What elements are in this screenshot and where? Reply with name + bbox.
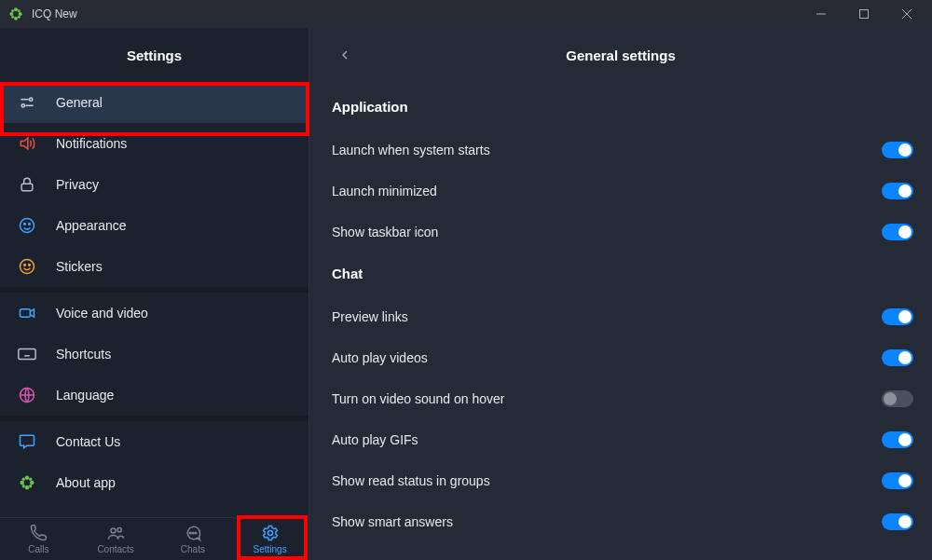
- phone-icon: [29, 524, 48, 542]
- svg-point-3: [19, 12, 22, 16]
- nav-settings[interactable]: Settings: [231, 518, 308, 560]
- section-heading-application: Application: [332, 99, 913, 115]
- sidebar-title: Settings: [0, 28, 308, 82]
- svg-point-28: [29, 485, 32, 487]
- app-icon: [7, 6, 24, 22]
- sidebar-item-label: Stickers: [56, 259, 103, 274]
- sidebar-item-label: Shortcuts: [56, 347, 111, 362]
- setting-row: Turn on video sound on hover: [332, 378, 913, 419]
- sticker-icon: [17, 256, 37, 277]
- toggle-autoplay-videos[interactable]: [882, 349, 913, 366]
- svg-point-31: [189, 532, 191, 534]
- toggle-read-status-groups[interactable]: [882, 472, 913, 489]
- setting-label: Turn on video sound on hover: [332, 391, 505, 406]
- gear-icon: [261, 524, 280, 542]
- sidebar-item-voice-video[interactable]: Voice and video: [0, 293, 308, 334]
- nav-label: Settings: [254, 544, 287, 554]
- svg-point-23: [21, 481, 25, 485]
- nav-contacts[interactable]: Contacts: [77, 518, 155, 560]
- svg-point-16: [24, 265, 26, 266]
- sidebar-item-shortcuts[interactable]: Shortcuts: [0, 334, 308, 375]
- section-heading-chat: Chat: [332, 266, 913, 281]
- settings-scroll-area[interactable]: Application Launch when system starts La…: [309, 82, 932, 560]
- sidebar-item-appearance[interactable]: Appearance: [0, 205, 308, 246]
- sidebar-item-label: Notifications: [56, 136, 127, 151]
- globe-icon: [17, 385, 37, 405]
- svg-point-26: [29, 478, 32, 481]
- setting-row: Auto play videos: [332, 337, 913, 378]
- svg-point-0: [14, 7, 18, 11]
- svg-point-7: [18, 16, 21, 19]
- svg-point-2: [9, 12, 13, 16]
- sidebar-item-stickers[interactable]: Stickers: [0, 246, 308, 287]
- svg-point-5: [18, 9, 21, 12]
- chat-icon: [17, 431, 37, 452]
- volume-icon: [17, 133, 37, 154]
- setting-row: Launch when system starts: [332, 130, 913, 171]
- toggle-autoplay-gifs[interactable]: [882, 431, 913, 448]
- sidebar-item-label: General: [56, 95, 103, 110]
- page-title: General settings: [309, 48, 932, 63]
- setting-label: Launch when system starts: [332, 143, 490, 157]
- svg-point-15: [21, 260, 34, 274]
- svg-rect-8: [860, 10, 869, 19]
- sidebar-item-label: Language: [56, 388, 114, 403]
- toggle-launch-on-start[interactable]: [882, 142, 913, 158]
- svg-point-33: [195, 532, 197, 534]
- toggle-taskbar-icon[interactable]: [882, 224, 913, 240]
- lock-icon: [17, 174, 37, 195]
- sidebar-item-label: Voice and video: [56, 306, 148, 321]
- nav-chats[interactable]: Chats: [155, 518, 232, 560]
- svg-point-22: [25, 485, 30, 490]
- toggle-video-sound-hover[interactable]: [882, 390, 913, 407]
- setting-label: Auto play GIFs: [332, 432, 418, 447]
- people-icon: [106, 524, 125, 542]
- sidebar-item-contact-us[interactable]: Contact Us: [0, 421, 308, 462]
- content-header: General settings: [309, 28, 932, 82]
- nav-calls[interactable]: Calls: [0, 518, 77, 560]
- setting-row: Show smart answers: [332, 501, 913, 542]
- svg-point-21: [25, 476, 30, 481]
- svg-point-32: [192, 532, 194, 534]
- svg-point-25: [22, 478, 25, 481]
- sidebar-item-about[interactable]: About app: [0, 462, 308, 503]
- bottom-nav: Calls Contacts Chats Settings: [0, 517, 308, 560]
- setting-label: Show read status in groups: [332, 473, 490, 488]
- svg-point-29: [111, 528, 116, 533]
- setting-label: Show smart answers: [332, 514, 453, 529]
- close-button[interactable]: [885, 0, 928, 28]
- sidebar: Settings General Notifications Privacy: [0, 28, 309, 560]
- titlebar: ICQ New: [0, 0, 932, 28]
- svg-point-4: [11, 9, 14, 12]
- minimize-button[interactable]: [800, 0, 843, 28]
- svg-point-30: [117, 528, 121, 532]
- smile-icon: [17, 215, 37, 236]
- back-button[interactable]: [332, 42, 358, 68]
- sidebar-item-label: Privacy: [56, 177, 99, 192]
- setting-label: Preview links: [332, 309, 408, 324]
- toggle-smart-answers[interactable]: [882, 513, 913, 530]
- sidebar-item-notifications[interactable]: Notifications: [0, 123, 308, 164]
- svg-point-12: [21, 219, 34, 233]
- setting-label: Auto play videos: [332, 350, 428, 365]
- nav-label: Contacts: [97, 544, 133, 554]
- nav-label: Chats: [181, 544, 205, 554]
- toggle-preview-links[interactable]: [882, 308, 913, 325]
- setting-row: Show taskbar icon: [332, 212, 913, 253]
- setting-label: Launch minimized: [332, 184, 437, 198]
- svg-point-34: [267, 531, 272, 536]
- flower-icon: [17, 472, 37, 493]
- setting-label: Show taskbar icon: [332, 225, 438, 239]
- maximize-button[interactable]: [843, 0, 885, 28]
- settings-menu: General Notifications Privacy Appearance: [0, 82, 308, 517]
- toggle-launch-minimized[interactable]: [882, 183, 913, 199]
- svg-point-14: [29, 224, 31, 225]
- chat-bubble-icon: [184, 524, 202, 542]
- sidebar-item-language[interactable]: Language: [0, 375, 308, 416]
- setting-row: Auto play GIFs: [332, 419, 913, 460]
- sidebar-item-label: Appearance: [56, 218, 127, 233]
- sidebar-item-label: Contact Us: [56, 434, 120, 449]
- sidebar-item-privacy[interactable]: Privacy: [0, 164, 308, 205]
- sidebar-item-general[interactable]: General: [0, 82, 308, 123]
- sliders-icon: [17, 92, 37, 113]
